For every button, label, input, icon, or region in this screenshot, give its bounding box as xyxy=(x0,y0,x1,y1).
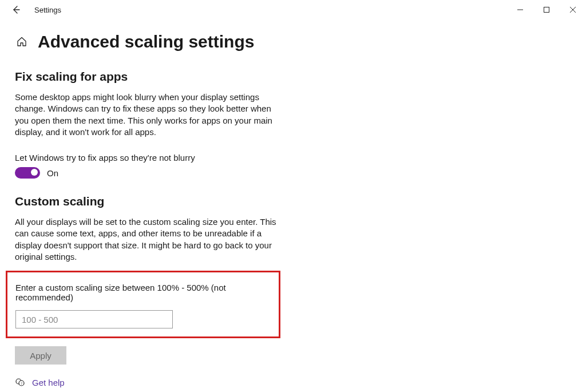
custom-scaling-description: All your displays will be set to the cus… xyxy=(15,216,283,263)
blurry-fix-toggle-label: Let Windows try to fix apps so they're n… xyxy=(15,153,283,163)
section-title-custom-scaling: Custom scaling xyxy=(15,195,283,208)
maximize-icon xyxy=(543,6,550,13)
get-help-link[interactable]: Get help xyxy=(32,378,65,387)
content: Fix scaling for apps Some desktop apps m… xyxy=(0,56,298,387)
page-header: Advanced scaling settings xyxy=(0,19,586,56)
back-button[interactable] xyxy=(10,4,22,15)
custom-scaling-input-label: Enter a custom scaling size between 100%… xyxy=(15,283,271,302)
maximize-button[interactable] xyxy=(533,1,560,18)
app-name: Settings xyxy=(34,6,61,14)
minimize-button[interactable] xyxy=(507,1,533,18)
close-button[interactable] xyxy=(560,1,586,18)
toggle-knob xyxy=(31,169,38,176)
page-title: Advanced scaling settings xyxy=(38,32,254,52)
titlebar: Settings xyxy=(0,0,586,19)
help-icon: ? xyxy=(15,377,25,387)
arrow-left-icon xyxy=(11,5,21,14)
custom-scaling-input[interactable] xyxy=(15,310,173,328)
window-controls xyxy=(507,1,586,18)
svg-text:?: ? xyxy=(21,381,22,386)
svg-rect-2 xyxy=(544,7,549,13)
blurry-fix-toggle[interactable] xyxy=(15,167,40,179)
apply-button[interactable]: Apply xyxy=(15,346,66,365)
close-icon xyxy=(569,6,576,13)
fix-scaling-description: Some desktop apps might look blurry when… xyxy=(15,92,283,138)
home-button[interactable] xyxy=(16,36,27,47)
section-title-fix-scaling: Fix scaling for apps xyxy=(15,70,283,84)
blurry-fix-toggle-state: On xyxy=(47,168,58,178)
home-icon xyxy=(16,36,27,47)
minimize-icon xyxy=(517,6,524,13)
custom-scaling-highlight: Enter a custom scaling size between 100%… xyxy=(6,271,280,338)
